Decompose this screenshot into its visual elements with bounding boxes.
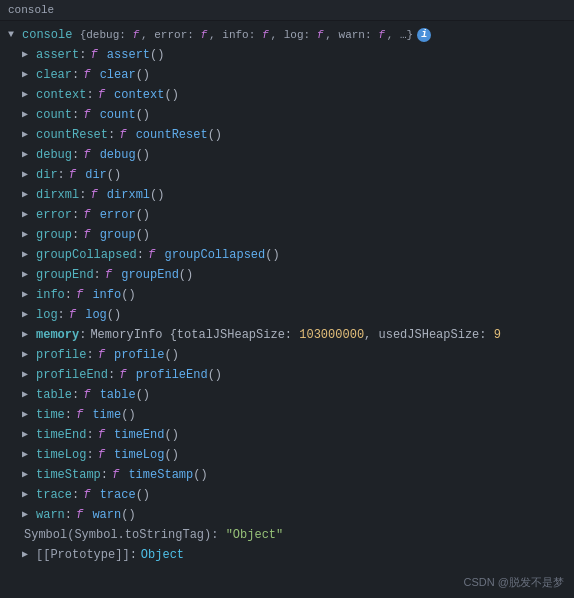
item-key: group xyxy=(36,226,72,244)
item-key: log xyxy=(36,306,58,324)
item-arrow[interactable] xyxy=(22,126,32,144)
item-arrow[interactable] xyxy=(22,446,32,464)
list-item[interactable]: clear:f clear() xyxy=(0,65,574,85)
item-arrow[interactable] xyxy=(22,166,32,184)
item-key: groupEnd xyxy=(36,266,94,284)
item-arrow[interactable] xyxy=(22,286,32,304)
list-item[interactable]: dir:f dir() xyxy=(0,165,574,185)
item-key: groupCollapsed xyxy=(36,246,137,264)
list-item[interactable]: log:f log() xyxy=(0,305,574,325)
item-arrow[interactable] xyxy=(22,466,32,484)
item-arrow[interactable] xyxy=(22,426,32,444)
list-item[interactable]: groupEnd:f groupEnd() xyxy=(0,265,574,285)
title-text: console xyxy=(8,4,54,16)
item-key: table xyxy=(36,386,72,404)
item-key: warn xyxy=(36,506,65,524)
item-key: error xyxy=(36,206,72,224)
item-arrow[interactable] xyxy=(22,366,32,384)
item-key: debug xyxy=(36,146,72,164)
item-arrow[interactable] xyxy=(22,146,32,164)
info-icon[interactable]: i xyxy=(417,28,431,42)
proto-text: [[Prototype]] xyxy=(36,546,130,564)
item-key: info xyxy=(36,286,65,304)
item-arrow[interactable] xyxy=(22,206,32,224)
list-item[interactable]: timeStamp:f timeStamp() xyxy=(0,465,574,485)
watermark: CSDN @脱发不是梦 xyxy=(464,575,564,590)
item-key: assert xyxy=(36,46,79,64)
item-arrow[interactable] xyxy=(22,326,32,344)
list-item[interactable]: context:f context() xyxy=(0,85,574,105)
item-arrow[interactable] xyxy=(22,386,32,404)
item-arrow[interactable] xyxy=(22,66,32,84)
item-key: profileEnd xyxy=(36,366,108,384)
item-key: trace xyxy=(36,486,72,504)
list-item[interactable]: groupCollapsed:f groupCollapsed() xyxy=(0,245,574,265)
item-arrow[interactable] xyxy=(22,106,32,124)
list-item[interactable]: table:f table() xyxy=(0,385,574,405)
list-item[interactable]: timeLog:f timeLog() xyxy=(0,445,574,465)
console-root-line[interactable]: console {debug: f, error: f, info: f, lo… xyxy=(0,25,574,45)
list-item[interactable]: count:f count() xyxy=(0,105,574,125)
prototype-line[interactable]: [[Prototype]]:Object xyxy=(0,545,574,565)
item-key: clear xyxy=(36,66,72,84)
item-arrow[interactable] xyxy=(22,486,32,504)
item-arrow[interactable] xyxy=(22,226,32,244)
item-arrow[interactable] xyxy=(22,346,32,364)
item-arrow[interactable] xyxy=(22,86,32,104)
list-item[interactable]: profileEnd:f profileEnd() xyxy=(0,365,574,385)
item-arrow[interactable] xyxy=(22,266,32,284)
item-key: timeStamp xyxy=(36,466,101,484)
list-item[interactable]: time:f time() xyxy=(0,405,574,425)
root-space xyxy=(72,26,79,44)
item-arrow[interactable] xyxy=(22,186,32,204)
list-item[interactable]: error:f error() xyxy=(0,205,574,225)
list-item[interactable]: group:f group() xyxy=(0,225,574,245)
item-key: profile xyxy=(36,346,86,364)
list-item[interactable]: countReset:f countReset() xyxy=(0,125,574,145)
proto-arrow[interactable] xyxy=(22,546,32,564)
item-key: countReset xyxy=(36,126,108,144)
list-item[interactable]: assert:f assert() xyxy=(0,45,574,65)
root-meta: {debug: f, error: f, info: f, log: f, wa… xyxy=(80,26,414,44)
list-item-memory[interactable]: memory:MemoryInfo {totalJSHeapSize: 1030… xyxy=(0,325,574,345)
item-key: timeEnd xyxy=(36,426,86,444)
root-key: console xyxy=(22,26,72,44)
list-item[interactable]: warn:f warn() xyxy=(0,505,574,525)
item-key: dirxml xyxy=(36,186,79,204)
item-arrow[interactable] xyxy=(22,506,32,524)
item-key: dir xyxy=(36,166,58,184)
item-arrow[interactable] xyxy=(22,406,32,424)
item-arrow[interactable] xyxy=(22,46,32,64)
root-arrow[interactable] xyxy=(8,26,18,44)
list-item[interactable]: profile:f profile() xyxy=(0,345,574,365)
console-content: console {debug: f, error: f, info: f, lo… xyxy=(0,21,574,593)
list-item[interactable]: timeEnd:f timeEnd() xyxy=(0,425,574,445)
memory-key: memory xyxy=(36,326,79,344)
symbol-text: Symbol(Symbol.toStringTag): "Object" xyxy=(24,526,283,544)
item-key: count xyxy=(36,106,72,124)
item-arrow[interactable] xyxy=(22,306,32,324)
item-key: context xyxy=(36,86,86,104)
title-bar: console xyxy=(0,0,574,21)
item-key: time xyxy=(36,406,65,424)
list-item[interactable]: dirxml:f dirxml() xyxy=(0,185,574,205)
item-key: timeLog xyxy=(36,446,86,464)
list-item[interactable]: trace:f trace() xyxy=(0,485,574,505)
symbol-line: Symbol(Symbol.toStringTag): "Object" xyxy=(0,525,574,545)
list-item[interactable]: info:f info() xyxy=(0,285,574,305)
item-arrow[interactable] xyxy=(22,246,32,264)
list-item[interactable]: debug:f debug() xyxy=(0,145,574,165)
